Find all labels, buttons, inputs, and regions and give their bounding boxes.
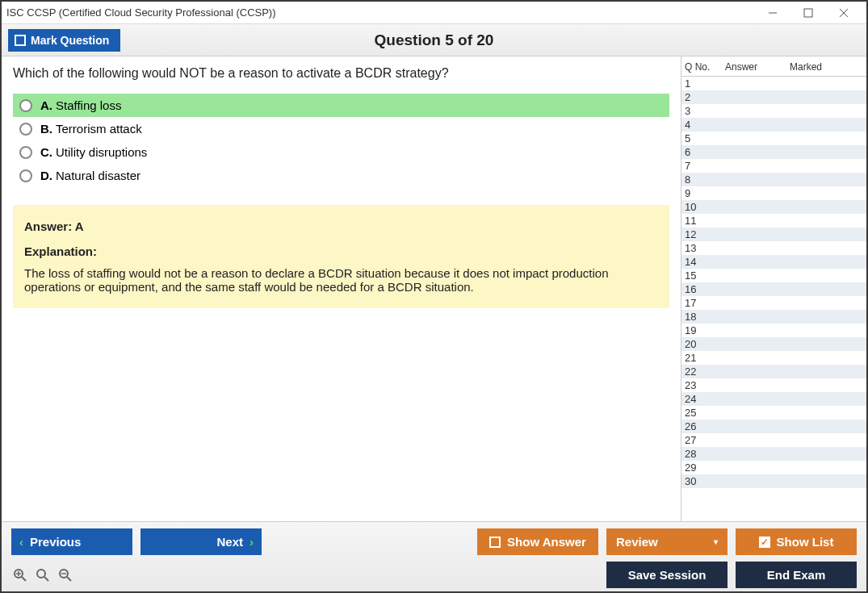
radio-icon <box>19 146 32 159</box>
options-list: A.Staffing lossB.Terrorism attackC.Utili… <box>13 94 669 187</box>
question-text: Which of the following would NOT be a re… <box>13 66 669 81</box>
explanation-text: The loss of staffing would not be a reas… <box>24 266 658 294</box>
question-row[interactable]: 11 <box>681 214 866 228</box>
option-D[interactable]: D.Natural disaster <box>13 164 669 187</box>
question-row[interactable]: 18 <box>681 310 866 324</box>
question-row[interactable]: 29 <box>681 461 866 474</box>
question-number: 30 <box>685 475 725 487</box>
show-answer-label: Show Answer <box>507 535 586 549</box>
zoom-reset-button[interactable] <box>11 566 29 584</box>
question-row[interactable]: 2 <box>681 90 866 104</box>
question-number: 28 <box>685 448 725 460</box>
window-title: ISC CCSP (Certified Cloud Security Profe… <box>6 6 276 19</box>
question-number: 5 <box>685 132 725 144</box>
show-list-label: Show List <box>777 535 834 549</box>
question-row[interactable]: 14 <box>681 255 866 269</box>
header-qno: Q No. <box>685 61 725 73</box>
question-row[interactable]: 10 <box>681 200 866 214</box>
option-text: Staffing loss <box>56 98 121 112</box>
svg-line-9 <box>44 577 48 581</box>
question-row[interactable]: 25 <box>681 406 866 420</box>
zoom-in-icon <box>36 568 50 583</box>
show-answer-button[interactable]: Show Answer <box>477 528 598 555</box>
question-number: 14 <box>685 256 725 268</box>
question-number: 8 <box>685 173 725 186</box>
footer-row-1: ‹ Previous Next › Show Answer Review ▾ ✓… <box>11 528 857 555</box>
question-row[interactable]: 30 <box>681 474 866 488</box>
chevron-right-icon: › <box>249 535 254 549</box>
radio-icon <box>19 99 32 112</box>
question-row[interactable]: 5 <box>681 132 866 145</box>
maximize-button[interactable] <box>790 2 826 23</box>
question-row[interactable]: 8 <box>681 173 866 186</box>
review-button[interactable]: Review ▾ <box>606 528 728 555</box>
footer-row-2: Save Session End Exam <box>11 562 857 588</box>
mark-question-button[interactable]: Mark Question <box>8 29 120 52</box>
maximize-icon <box>803 8 813 18</box>
close-icon <box>839 8 849 18</box>
question-number: 18 <box>685 311 725 323</box>
question-row[interactable]: 17 <box>681 296 866 310</box>
question-row[interactable]: 4 <box>681 118 866 132</box>
zoom-controls <box>11 566 74 584</box>
question-number: 6 <box>685 146 725 158</box>
option-text: Terrorism attack <box>56 122 142 136</box>
question-number: 7 <box>685 160 725 172</box>
question-row[interactable]: 12 <box>681 228 866 241</box>
question-number: 4 <box>685 119 725 131</box>
answer-label: Answer: A <box>24 219 658 233</box>
question-row[interactable]: 9 <box>681 186 866 200</box>
question-row[interactable]: 13 <box>681 241 866 255</box>
close-button[interactable] <box>826 2 862 23</box>
end-exam-button[interactable]: End Exam <box>736 562 857 588</box>
question-row[interactable]: 23 <box>681 378 866 392</box>
question-row[interactable]: 6 <box>681 145 866 159</box>
question-row[interactable]: 27 <box>681 433 866 447</box>
question-row[interactable]: 16 <box>681 282 866 296</box>
svg-line-11 <box>67 577 71 581</box>
question-row[interactable]: 28 <box>681 447 866 461</box>
question-number: 23 <box>685 379 725 391</box>
question-row[interactable]: 24 <box>681 392 866 406</box>
previous-button[interactable]: ‹ Previous <box>11 528 132 555</box>
question-row[interactable]: 19 <box>681 324 866 337</box>
minimize-button[interactable] <box>755 2 790 23</box>
question-number: 3 <box>685 105 725 117</box>
question-list-panel: Q No. Answer Marked 12345678910111213141… <box>681 56 866 521</box>
question-row[interactable]: 1 <box>681 77 866 90</box>
svg-rect-1 <box>804 9 812 17</box>
question-number: 13 <box>685 242 725 254</box>
svg-point-8 <box>37 570 45 578</box>
save-session-button[interactable]: Save Session <box>606 562 728 588</box>
question-row[interactable]: 3 <box>681 104 866 118</box>
question-counter: Question 5 of 20 <box>375 31 494 49</box>
question-row[interactable]: 15 <box>681 269 866 282</box>
question-list[interactable]: 1234567891011121314151617181920212223242… <box>681 77 866 521</box>
option-C[interactable]: C.Utility disruptions <box>13 140 669 164</box>
option-A[interactable]: A.Staffing loss <box>13 94 669 117</box>
option-letter: D. <box>40 169 52 182</box>
review-label: Review <box>616 535 658 549</box>
check-icon: ✓ <box>759 537 770 548</box>
question-number: 20 <box>685 338 725 350</box>
option-letter: C. <box>40 145 52 159</box>
show-list-button[interactable]: ✓ Show List <box>736 528 857 555</box>
question-row[interactable]: 21 <box>681 351 866 365</box>
question-row[interactable]: 22 <box>681 365 866 378</box>
zoom-in-button[interactable] <box>34 566 52 584</box>
question-row[interactable]: 7 <box>681 159 866 173</box>
question-row[interactable]: 20 <box>681 337 866 351</box>
option-B[interactable]: B.Terrorism attack <box>13 117 669 140</box>
window-controls <box>755 2 862 23</box>
footer-bar: ‹ Previous Next › Show Answer Review ▾ ✓… <box>2 521 866 591</box>
question-row[interactable]: 26 <box>681 420 866 433</box>
previous-label: Previous <box>30 535 81 549</box>
question-number: 11 <box>685 215 725 227</box>
question-number: 26 <box>685 420 725 432</box>
next-button[interactable]: Next › <box>140 528 262 555</box>
option-text: Natural disaster <box>56 169 140 182</box>
zoom-out-button[interactable] <box>57 566 74 584</box>
app-window: ISC CCSP (Certified Cloud Security Profe… <box>0 0 868 593</box>
question-number: 16 <box>685 283 725 295</box>
question-panel: Which of the following would NOT be a re… <box>2 56 681 521</box>
